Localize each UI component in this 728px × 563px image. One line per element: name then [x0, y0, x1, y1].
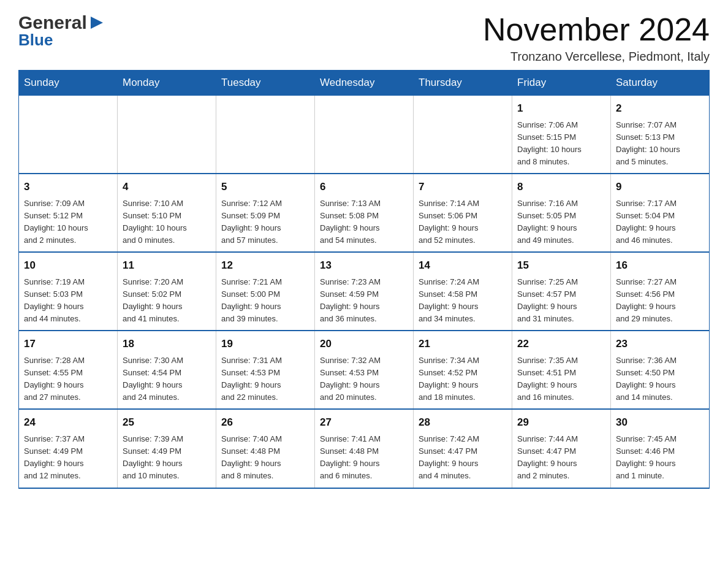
day-cell: 24Sunrise: 7:37 AMSunset: 4:49 PMDayligh…: [19, 409, 118, 488]
day-number: 26: [221, 415, 309, 431]
day-info: Sunrise: 7:37 AMSunset: 4:49 PMDaylight:…: [24, 433, 112, 483]
day-cell: 1Sunrise: 7:06 AMSunset: 5:15 PMDaylight…: [512, 96, 611, 174]
day-cell: 20Sunrise: 7:32 AMSunset: 4:53 PMDayligh…: [315, 331, 414, 409]
day-cell: [19, 96, 118, 174]
day-info: Sunrise: 7:20 AMSunset: 5:02 PMDaylight:…: [123, 276, 211, 326]
day-cell: 11Sunrise: 7:20 AMSunset: 5:02 PMDayligh…: [118, 252, 216, 331]
day-number: 24: [24, 415, 112, 431]
day-number: 21: [419, 336, 507, 352]
day-cell: 26Sunrise: 7:40 AMSunset: 4:48 PMDayligh…: [216, 409, 315, 488]
day-number: 7: [419, 179, 507, 195]
day-cell: 22Sunrise: 7:35 AMSunset: 4:51 PMDayligh…: [512, 331, 611, 409]
day-number: 14: [419, 258, 507, 274]
day-cell: 30Sunrise: 7:45 AMSunset: 4:46 PMDayligh…: [611, 409, 710, 488]
month-title: November 2024: [483, 12, 710, 47]
day-cell: 15Sunrise: 7:25 AMSunset: 4:57 PMDayligh…: [512, 252, 611, 331]
day-cell: 23Sunrise: 7:36 AMSunset: 4:50 PMDayligh…: [611, 331, 710, 409]
logo-arrow-icon: [88, 14, 105, 31]
header-cell-wednesday: Wednesday: [315, 71, 414, 96]
day-cell: [118, 96, 216, 174]
day-cell: 4Sunrise: 7:10 AMSunset: 5:10 PMDaylight…: [118, 174, 216, 252]
week-row-5: 24Sunrise: 7:37 AMSunset: 4:49 PMDayligh…: [19, 409, 710, 488]
day-info: Sunrise: 7:34 AMSunset: 4:52 PMDaylight:…: [419, 354, 507, 404]
day-number: 17: [24, 336, 112, 352]
header-row: SundayMondayTuesdayWednesdayThursdayFrid…: [19, 71, 710, 96]
day-number: 18: [123, 336, 211, 352]
calendar-body: 1Sunrise: 7:06 AMSunset: 5:15 PMDaylight…: [19, 96, 710, 488]
day-info: Sunrise: 7:19 AMSunset: 5:03 PMDaylight:…: [24, 276, 112, 326]
day-info: Sunrise: 7:28 AMSunset: 4:55 PMDaylight:…: [24, 354, 112, 404]
day-cell: 12Sunrise: 7:21 AMSunset: 5:00 PMDayligh…: [216, 252, 315, 331]
day-number: 20: [320, 336, 408, 352]
calendar-header: SundayMondayTuesdayWednesdayThursdayFrid…: [19, 71, 710, 96]
logo: General Blue: [18, 12, 105, 50]
day-number: 23: [616, 336, 704, 352]
day-info: Sunrise: 7:16 AMSunset: 5:05 PMDaylight:…: [517, 197, 605, 247]
day-cell: 18Sunrise: 7:30 AMSunset: 4:54 PMDayligh…: [118, 331, 216, 409]
day-cell: 2Sunrise: 7:07 AMSunset: 5:13 PMDaylight…: [611, 96, 710, 174]
day-number: 3: [24, 179, 112, 195]
header-cell-saturday: Saturday: [611, 71, 710, 96]
day-number: 12: [221, 258, 309, 274]
day-cell: 27Sunrise: 7:41 AMSunset: 4:48 PMDayligh…: [315, 409, 414, 488]
day-number: 27: [320, 415, 408, 431]
day-info: Sunrise: 7:44 AMSunset: 4:47 PMDaylight:…: [517, 433, 605, 483]
day-info: Sunrise: 7:25 AMSunset: 4:57 PMDaylight:…: [517, 276, 605, 326]
day-cell: 8Sunrise: 7:16 AMSunset: 5:05 PMDaylight…: [512, 174, 611, 252]
day-info: Sunrise: 7:40 AMSunset: 4:48 PMDaylight:…: [221, 433, 309, 483]
day-info: Sunrise: 7:30 AMSunset: 4:54 PMDaylight:…: [123, 354, 211, 404]
day-info: Sunrise: 7:32 AMSunset: 4:53 PMDaylight:…: [320, 354, 408, 404]
day-number: 9: [616, 179, 704, 195]
logo-general: General: [18, 12, 105, 33]
day-number: 4: [123, 179, 211, 195]
header-cell-friday: Friday: [512, 71, 611, 96]
day-info: Sunrise: 7:21 AMSunset: 5:00 PMDaylight:…: [221, 276, 309, 326]
day-number: 11: [123, 258, 211, 274]
day-info: Sunrise: 7:31 AMSunset: 4:53 PMDaylight:…: [221, 354, 309, 404]
calendar-table: SundayMondayTuesdayWednesdayThursdayFrid…: [18, 70, 710, 488]
day-info: Sunrise: 7:24 AMSunset: 4:58 PMDaylight:…: [419, 276, 507, 326]
day-info: Sunrise: 7:35 AMSunset: 4:51 PMDaylight:…: [517, 354, 605, 404]
title-area: November 2024 Tronzano Vercellese, Piedm…: [483, 12, 710, 64]
day-number: 13: [320, 258, 408, 274]
day-cell: 7Sunrise: 7:14 AMSunset: 5:06 PMDaylight…: [414, 174, 512, 252]
logo-blue-text: Blue: [18, 31, 53, 50]
location-text: Tronzano Vercellese, Piedmont, Italy: [483, 50, 710, 64]
day-info: Sunrise: 7:39 AMSunset: 4:49 PMDaylight:…: [123, 433, 211, 483]
day-info: Sunrise: 7:09 AMSunset: 5:12 PMDaylight:…: [24, 197, 112, 247]
day-number: 8: [517, 179, 605, 195]
day-cell: 19Sunrise: 7:31 AMSunset: 4:53 PMDayligh…: [216, 331, 315, 409]
day-cell: 25Sunrise: 7:39 AMSunset: 4:49 PMDayligh…: [118, 409, 216, 488]
day-number: 30: [616, 415, 704, 431]
day-info: Sunrise: 7:12 AMSunset: 5:09 PMDaylight:…: [221, 197, 309, 247]
page-header: General Blue November 2024 Tronzano Verc…: [18, 12, 710, 64]
day-info: Sunrise: 7:17 AMSunset: 5:04 PMDaylight:…: [616, 197, 704, 247]
day-info: Sunrise: 7:06 AMSunset: 5:15 PMDaylight:…: [517, 119, 605, 169]
day-cell: 3Sunrise: 7:09 AMSunset: 5:12 PMDaylight…: [19, 174, 118, 252]
day-number: 29: [517, 415, 605, 431]
header-cell-thursday: Thursday: [414, 71, 512, 96]
day-number: 5: [221, 179, 309, 195]
week-row-3: 10Sunrise: 7:19 AMSunset: 5:03 PMDayligh…: [19, 252, 710, 331]
day-cell: 9Sunrise: 7:17 AMSunset: 5:04 PMDaylight…: [611, 174, 710, 252]
day-info: Sunrise: 7:41 AMSunset: 4:48 PMDaylight:…: [320, 433, 408, 483]
day-info: Sunrise: 7:45 AMSunset: 4:46 PMDaylight:…: [616, 433, 704, 483]
week-row-4: 17Sunrise: 7:28 AMSunset: 4:55 PMDayligh…: [19, 331, 710, 409]
day-cell: 6Sunrise: 7:13 AMSunset: 5:08 PMDaylight…: [315, 174, 414, 252]
day-info: Sunrise: 7:42 AMSunset: 4:47 PMDaylight:…: [419, 433, 507, 483]
week-row-2: 3Sunrise: 7:09 AMSunset: 5:12 PMDaylight…: [19, 174, 710, 252]
day-info: Sunrise: 7:10 AMSunset: 5:10 PMDaylight:…: [123, 197, 211, 247]
day-number: 15: [517, 258, 605, 274]
week-row-1: 1Sunrise: 7:06 AMSunset: 5:15 PMDaylight…: [19, 96, 710, 174]
header-cell-monday: Monday: [118, 71, 216, 96]
day-info: Sunrise: 7:23 AMSunset: 4:59 PMDaylight:…: [320, 276, 408, 326]
day-info: Sunrise: 7:07 AMSunset: 5:13 PMDaylight:…: [616, 119, 704, 169]
day-cell: 13Sunrise: 7:23 AMSunset: 4:59 PMDayligh…: [315, 252, 414, 331]
day-cell: 5Sunrise: 7:12 AMSunset: 5:09 PMDaylight…: [216, 174, 315, 252]
day-info: Sunrise: 7:14 AMSunset: 5:06 PMDaylight:…: [419, 197, 507, 247]
day-info: Sunrise: 7:36 AMSunset: 4:50 PMDaylight:…: [616, 354, 704, 404]
day-number: 16: [616, 258, 704, 274]
day-number: 22: [517, 336, 605, 352]
day-cell: [414, 96, 512, 174]
day-cell: 29Sunrise: 7:44 AMSunset: 4:47 PMDayligh…: [512, 409, 611, 488]
